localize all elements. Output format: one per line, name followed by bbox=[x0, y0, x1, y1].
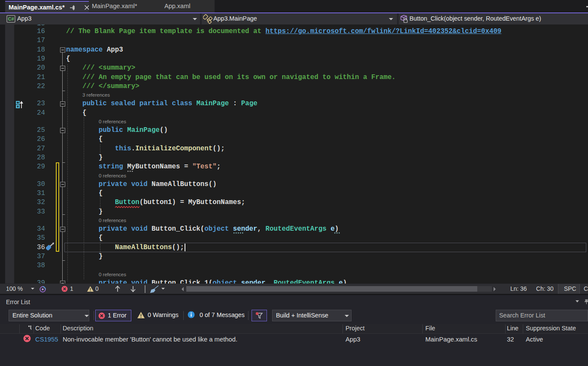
svg-text:C#: C# bbox=[8, 16, 14, 21]
